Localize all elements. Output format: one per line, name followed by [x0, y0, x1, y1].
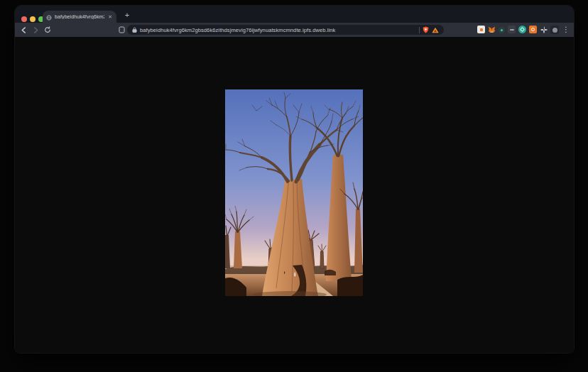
- tab-close-icon[interactable]: ✕: [107, 14, 113, 19]
- sidebar-toggle-button[interactable]: [116, 25, 126, 35]
- browser-toolbar: bafybeidhuk4fvrg6km2gbsd6k6zithdsjmevig7…: [15, 23, 574, 37]
- brave-shields-icon[interactable]: [423, 26, 429, 33]
- back-arrow-icon: [21, 27, 27, 33]
- sidebar-toggle-icon: [119, 26, 125, 33]
- pinned-extensions: [477, 26, 548, 33]
- profile-avatar[interactable]: [550, 26, 559, 34]
- url-bar[interactable]: bafybeidhuk4fvrg6km2gbsd6k6zithdsjmevig7…: [127, 25, 444, 35]
- window-controls: [21, 16, 44, 22]
- globe-favicon-icon: [46, 11, 52, 23]
- urlbar-divider: [419, 27, 420, 33]
- forward-arrow-icon: [33, 27, 39, 33]
- page-content: [15, 37, 574, 353]
- padlock-icon: [132, 27, 137, 33]
- minimize-window-button[interactable]: [30, 16, 36, 22]
- extension-teal-circle-icon[interactable]: [518, 26, 526, 33]
- new-tab-button[interactable]: +: [122, 11, 132, 21]
- url-text: bafybeidhuk4fvrg6km2gbsd6k6zithdsjmevig7…: [140, 27, 416, 33]
- brave-rewards-triangle-icon[interactable]: [432, 27, 439, 33]
- back-button[interactable]: [18, 25, 28, 35]
- tab-active[interactable]: bafybeidhuk4fvrg6km2gbsd6k6zithdsjmevig7…: [43, 11, 116, 23]
- tab-title: bafybeidhuk4fvrg6km2gbsd6k6zithdsjmevig7…: [55, 14, 104, 19]
- extension-pinwheel-icon[interactable]: [540, 26, 548, 33]
- browser-menu-button[interactable]: ⋮: [562, 25, 570, 35]
- desktop: bafybeidhuk4fvrg6km2gbsd6k6zithdsjmevig7…: [0, 0, 588, 372]
- baobab-photo: [225, 89, 363, 296]
- extension-dark-dash-icon[interactable]: [508, 26, 516, 33]
- close-window-button[interactable]: [21, 16, 27, 22]
- reload-icon: [44, 26, 51, 33]
- forward-button[interactable]: [31, 25, 40, 35]
- extension-light-square-icon[interactable]: [477, 26, 485, 33]
- tab-strip: bafybeidhuk4fvrg6km2gbsd6k6zithdsjmevig7…: [15, 6, 574, 23]
- extension-teal-dot-icon[interactable]: [499, 27, 505, 33]
- metamask-fox-icon[interactable]: [488, 26, 496, 33]
- extension-orange-square-icon[interactable]: [529, 26, 537, 33]
- browser-window: bafybeidhuk4fvrg6km2gbsd6k6zithdsjmevig7…: [15, 6, 574, 353]
- reload-button[interactable]: [43, 25, 53, 35]
